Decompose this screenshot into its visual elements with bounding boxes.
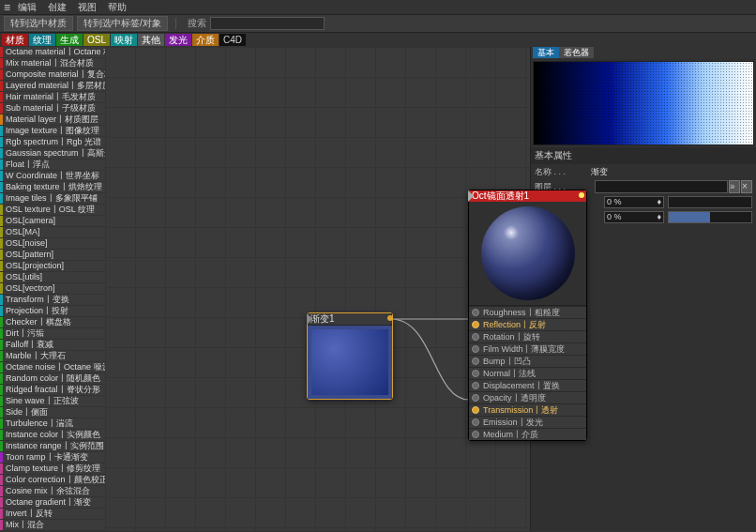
palette-item[interactable]: Turbulence丨湍流 <box>0 418 105 429</box>
palette-item[interactable]: Material layer丨材质图层 <box>0 114 105 125</box>
input-port-icon[interactable] <box>472 357 479 365</box>
palette-item[interactable]: Mix丨混合 <box>0 520 105 530</box>
output-port-icon[interactable] <box>579 192 584 198</box>
category-tab[interactable]: C4D <box>219 34 246 46</box>
input-port-icon[interactable] <box>472 370 479 377</box>
palette-item[interactable]: Composite material丨复合材质 <box>0 69 105 80</box>
material-input-row[interactable]: Emission丨发光 <box>469 416 586 428</box>
palette-item[interactable]: Baking texture丨烘焙纹理 <box>0 182 105 192</box>
palette-item[interactable]: OSL[noise] <box>0 238 105 249</box>
category-tab[interactable]: 发光 <box>165 34 191 46</box>
palette-item[interactable]: Cosine mix丨余弦混合 <box>0 486 105 496</box>
input-port-icon[interactable] <box>472 418 479 426</box>
palette-item[interactable]: Instance range丨实例范围 <box>0 441 105 451</box>
category-tab[interactable]: 生成 <box>56 34 83 46</box>
palette-item[interactable]: OSL[camera] <box>0 216 105 226</box>
category-tab[interactable]: 映射 <box>111 34 137 46</box>
palette-item[interactable]: Image texture丨图像纹理 <box>0 126 105 136</box>
menu-create[interactable]: 创建 <box>48 1 67 14</box>
gradient-node[interactable]: 渐变1 <box>307 312 393 400</box>
palette-item[interactable]: OSL[projection] <box>0 261 105 271</box>
material-input-row[interactable]: Reflection丨反射 <box>469 318 586 330</box>
material-input-row[interactable]: Roughness丨粗糙度 <box>469 306 586 318</box>
goto-material-button[interactable]: 转到选中材质 <box>4 16 73 31</box>
palette-item[interactable]: Octane gradient丨渐变 <box>0 497 105 508</box>
input-port-icon[interactable] <box>468 190 474 202</box>
palette-item[interactable]: Side丨侧面 <box>0 407 105 418</box>
layer-clear-button[interactable]: × <box>741 180 752 193</box>
palette-item[interactable]: Octane material丨Octane 材质 <box>0 47 105 57</box>
category-tab[interactable]: OSL <box>83 34 110 46</box>
input-port-icon[interactable] <box>472 394 479 402</box>
palette-item[interactable]: Layered material丨多层材质 <box>0 81 105 91</box>
palette-item[interactable]: Falloff丨衰减 <box>0 340 105 350</box>
blur-scale-slider[interactable] <box>668 211 752 223</box>
palette-item[interactable]: Ridged fractal丨脊状分形 <box>0 385 105 395</box>
palette-item[interactable]: Sine wave丨正弦波 <box>0 396 105 406</box>
palette-item[interactable]: OSL[pattern] <box>0 250 105 260</box>
material-input-row[interactable]: Opacity丨透明度 <box>469 391 586 403</box>
palette-item[interactable]: Marble丨大理石 <box>0 351 105 361</box>
input-port-icon[interactable] <box>472 382 479 389</box>
palette-item[interactable]: Dirt丨污垢 <box>0 328 105 339</box>
output-port-icon[interactable] <box>387 315 393 321</box>
palette-item[interactable]: Invert丨反转 <box>0 509 105 519</box>
palette-item[interactable]: W Coordinate丨世界坐标 <box>0 171 105 181</box>
menu-edit[interactable]: 编辑 <box>18 1 37 14</box>
layer-picker-button[interactable]: » <box>729 180 740 193</box>
menu-help[interactable]: 帮助 <box>108 1 127 14</box>
input-port-icon[interactable] <box>472 333 479 341</box>
palette-item[interactable]: Clamp texture丨修剪纹理 <box>0 464 105 474</box>
material-input-row[interactable]: Medium丨介质 <box>469 428 586 440</box>
palette-item[interactable]: OSL[utils] <box>0 272 105 282</box>
tab-basic[interactable]: 基本 <box>533 47 559 58</box>
input-port-icon[interactable] <box>472 309 479 316</box>
menu-view[interactable]: 视图 <box>78 1 97 14</box>
category-tab[interactable]: 纹理 <box>29 34 55 46</box>
category-tab[interactable]: 其他 <box>138 34 164 46</box>
palette-item[interactable]: Transform丨变换 <box>0 295 105 305</box>
goto-tag-button[interactable]: 转到选中标签/对象 <box>77 16 168 31</box>
name-value[interactable]: 渐变 <box>591 166 608 178</box>
palette-item[interactable]: Projection丨投射 <box>0 306 105 316</box>
search-input[interactable] <box>210 17 325 30</box>
material-input-row[interactable]: Transmission丨透射 <box>469 403 586 416</box>
blur-offset-slider[interactable] <box>668 196 752 208</box>
material-input-row[interactable]: Bump丨凹凸 <box>469 355 586 367</box>
palette-item[interactable]: Gaussian spectrum丨高斯光谱 <box>0 148 105 159</box>
palette-item[interactable]: Image tiles丨多象限平铺 <box>0 193 105 204</box>
blur-scale-input[interactable]: 0 %♦ <box>604 211 664 223</box>
palette-item[interactable]: Mix material丨混合材质 <box>0 58 105 68</box>
palette-item[interactable]: Instance color丨实例颜色 <box>0 430 105 440</box>
tab-shader[interactable]: 若色器 <box>559 47 594 58</box>
material-node-header[interactable]: Oct镜面透射1 <box>469 190 586 202</box>
layer-dropdown[interactable] <box>595 180 728 193</box>
material-input-row[interactable]: Displacement丨置换 <box>469 379 586 391</box>
palette-item[interactable]: OSL[vectron] <box>0 283 105 294</box>
input-port-icon[interactable] <box>307 313 312 325</box>
material-input-row[interactable]: Rotation丨旋转 <box>469 330 586 342</box>
material-input-row[interactable]: Film Width丨薄膜宽度 <box>469 342 586 355</box>
palette-item[interactable]: OSL[MA] <box>0 227 105 237</box>
blur-offset-input[interactable]: 0 %♦ <box>604 196 664 208</box>
palette-item[interactable]: Toon ramp丨卡通渐变 <box>0 452 105 463</box>
category-tab[interactable]: 材质 <box>2 34 28 46</box>
material-input-row[interactable]: Normal丨法线 <box>469 367 586 379</box>
palette-item[interactable]: Octane noise丨Octane 噪波 <box>0 362 105 372</box>
palette-item[interactable]: Float丨浮点 <box>0 160 105 170</box>
input-port-icon[interactable] <box>472 345 479 353</box>
palette-item[interactable]: Rgb spectrum丨Rgb 光谱 <box>0 137 105 147</box>
palette-item[interactable]: Random color丨随机颜色 <box>0 373 105 384</box>
palette-item[interactable]: OSL texture丨OSL 纹理 <box>0 205 105 215</box>
menu-hamburger-icon[interactable]: ≡ <box>4 2 10 13</box>
palette-item[interactable]: Checker丨棋盘格 <box>0 317 105 327</box>
gradient-node-header[interactable]: 渐变1 <box>308 313 392 326</box>
node-graph-canvas[interactable]: 渐变1 Oct镜面透射1 Roughness丨粗糙度Reflection丨反射R… <box>105 47 530 531</box>
input-port-icon[interactable] <box>472 406 479 414</box>
input-port-icon[interactable] <box>472 321 479 328</box>
palette-item[interactable]: Sub material丨子级材质 <box>0 103 105 114</box>
palette-item[interactable]: Hair material丨毛发材质 <box>0 92 105 102</box>
material-node[interactable]: Oct镜面透射1 Roughness丨粗糙度Reflection丨反射Rotat… <box>468 190 587 441</box>
input-port-icon[interactable] <box>472 431 479 438</box>
category-tab[interactable]: 介质 <box>192 34 219 46</box>
